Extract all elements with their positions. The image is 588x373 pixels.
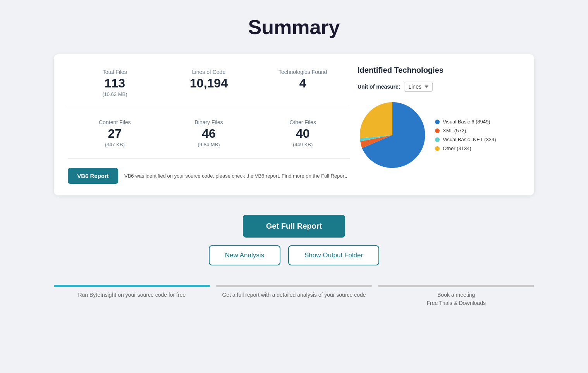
show-output-folder-button[interactable]: Show Output Folder — [288, 245, 379, 265]
stats-row-2: Content Files 27 (347 KB) Binary Files 4… — [68, 116, 350, 159]
lines-of-code-label: Lines of Code — [162, 69, 256, 75]
page-title: Summary — [248, 15, 340, 39]
binary-files-value: 46 — [162, 127, 256, 140]
footer-bar-1 — [54, 285, 210, 287]
legend-item-xml: XML (572) — [435, 128, 496, 133]
new-analysis-button[interactable]: New Analysis — [209, 245, 280, 265]
other-files-label: Other Files — [256, 119, 350, 125]
content-files-value: 27 — [68, 127, 162, 140]
content-files-sub: (347 KB) — [68, 142, 162, 147]
legend-label-vbnet: Visual Basic .NET (339) — [443, 137, 496, 142]
technologies-found-stat: Technologies Found 4 — [256, 66, 350, 100]
chart-area: Visual Basic 6 (8949) XML (572) Visual B… — [358, 100, 520, 170]
footer-item-1: Run ByteInsight on your source code for … — [54, 285, 210, 307]
unit-measure-label: Unit of measure: — [358, 84, 400, 90]
unit-row: Unit of measure: Lines Files — [358, 82, 520, 92]
content-files-label: Content Files — [68, 119, 162, 125]
secondary-buttons: New Analysis Show Output Folder — [209, 245, 379, 265]
lines-of-code-value: 10,194 — [162, 77, 256, 90]
footer-bar-2 — [216, 285, 372, 287]
other-files-value: 40 — [256, 127, 350, 140]
chart-legend: Visual Basic 6 (8949) XML (572) Visual B… — [435, 119, 496, 151]
chart-section: Identified Technologies Unit of measure:… — [358, 66, 520, 184]
legend-label-xml: XML (572) — [443, 128, 466, 133]
legend-item-vb6: Visual Basic 6 (8949) — [435, 119, 496, 125]
legend-item-other: Other (3134) — [435, 145, 496, 151]
total-files-sub: (10.62 MB) — [68, 91, 162, 97]
stats-row-1: Total Files 113 (10.62 MB) Lines of Code… — [68, 66, 350, 108]
pie-chart — [358, 100, 427, 170]
footer-text-1: Run ByteInsight on your source code for … — [78, 291, 186, 299]
unit-select[interactable]: Lines Files — [404, 82, 433, 92]
legend-dot-vbnet — [435, 137, 440, 142]
legend-item-vbnet: Visual Basic .NET (339) — [435, 137, 496, 142]
technologies-found-label: Technologies Found — [256, 69, 350, 75]
total-files-value: 113 — [68, 77, 162, 90]
binary-files-stat: Binary Files 46 (9.84 MB) — [162, 116, 256, 151]
binary-files-label: Binary Files — [162, 119, 256, 125]
action-section: Get Full Report New Analysis Show Output… — [54, 215, 534, 265]
chart-title: Identified Technologies — [358, 66, 520, 75]
legend-dot-xml — [435, 128, 440, 133]
lines-of-code-stat: Lines of Code 10,194 — [162, 66, 256, 100]
footer-item-2: Get a full report with a detailed analys… — [216, 285, 372, 307]
footer-item-3: Book a meetingFree Trials & Downloads — [378, 285, 534, 307]
binary-files-sub: (9.84 MB) — [162, 142, 256, 147]
other-files-sub: (449 KB) — [256, 142, 350, 147]
other-files-stat: Other Files 40 (449 KB) — [256, 116, 350, 151]
vb6-description: VB6 was identified on your source code, … — [124, 172, 347, 180]
summary-card: Total Files 113 (10.62 MB) Lines of Code… — [54, 54, 534, 195]
stats-section: Total Files 113 (10.62 MB) Lines of Code… — [68, 66, 350, 184]
legend-label-other: Other (3134) — [443, 145, 471, 151]
legend-label-vb6: Visual Basic 6 (8949) — [443, 119, 490, 125]
vb6-report-button[interactable]: VB6 Report — [68, 168, 118, 184]
footer-section: Run ByteInsight on your source code for … — [54, 285, 534, 307]
footer-text-3: Book a meetingFree Trials & Downloads — [426, 291, 486, 307]
vb6-row: VB6 Report VB6 was identified on your so… — [68, 166, 350, 184]
technologies-found-value: 4 — [256, 77, 350, 90]
footer-bar-3 — [378, 285, 534, 287]
footer-text-2: Get a full report with a detailed analys… — [222, 291, 366, 299]
total-files-stat: Total Files 113 (10.62 MB) — [68, 66, 162, 100]
get-full-report-button[interactable]: Get Full Report — [243, 215, 345, 238]
content-files-stat: Content Files 27 (347 KB) — [68, 116, 162, 151]
legend-dot-vb6 — [435, 120, 440, 124]
legend-dot-other — [435, 146, 440, 151]
total-files-label: Total Files — [68, 69, 162, 75]
